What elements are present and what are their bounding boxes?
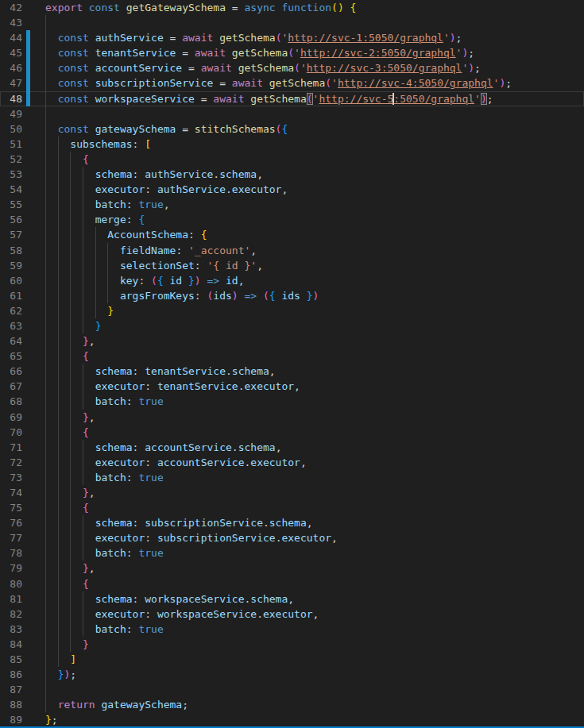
line-number[interactable]: 86 <box>0 667 22 682</box>
code-line[interactable]: 57 AccountSchema: { <box>0 227 584 242</box>
code-line[interactable]: 73 batch: true <box>0 470 584 485</box>
line-number[interactable]: 59 <box>0 258 22 273</box>
line-number[interactable]: 72 <box>0 455 22 470</box>
line-number[interactable]: 78 <box>0 545 22 560</box>
line-number[interactable]: 79 <box>0 560 22 576</box>
line-number[interactable]: 76 <box>0 515 22 530</box>
code-line[interactable]: 42export const getGatewaySchema = async … <box>0 0 584 15</box>
code-line[interactable]: 78 batch: true <box>0 545 584 560</box>
line-number[interactable]: 68 <box>0 394 22 409</box>
line-number[interactable]: 44 <box>0 30 22 45</box>
code-line[interactable]: 56 merge: { <box>0 212 584 227</box>
code-editor[interactable]: 42export const getGatewaySchema = async … <box>0 0 584 728</box>
code-line[interactable]: 69 }, <box>0 410 584 425</box>
code-line[interactable]: 89}; <box>0 712 584 727</box>
modified-lines-indicator[interactable] <box>26 60 30 75</box>
code-line[interactable]: 43 <box>0 15 584 30</box>
code-line[interactable]: 71 schema: accountService.schema, <box>0 440 584 455</box>
line-number[interactable]: 60 <box>0 273 22 288</box>
line-number[interactable]: 56 <box>0 212 22 227</box>
code-line[interactable]: 65 { <box>0 349 584 364</box>
code-line[interactable]: 82 executor: workspaceService.executor, <box>0 607 584 622</box>
line-number[interactable]: 88 <box>0 697 22 712</box>
line-number[interactable]: 75 <box>0 500 22 515</box>
line-number[interactable]: 87 <box>0 682 22 697</box>
url-link-token[interactable]: http://svc-4:5050/graphql <box>338 77 493 89</box>
line-number[interactable]: 48 <box>0 91 22 106</box>
code-line[interactable]: 77 executor: subscriptionService.executo… <box>0 530 584 545</box>
code-line[interactable]: 46 const accountService = await getSchem… <box>0 60 584 75</box>
code-line[interactable]: 68 batch: true <box>0 394 584 409</box>
code-line[interactable]: 67 executor: tenantService.executor, <box>0 379 584 394</box>
line-number[interactable]: 83 <box>0 622 22 637</box>
code-line[interactable]: 75 { <box>0 500 584 515</box>
line-number[interactable]: 55 <box>0 197 22 212</box>
line-number[interactable]: 50 <box>0 121 22 137</box>
line-number[interactable]: 89 <box>0 712 22 727</box>
code-line[interactable]: 60 key: ({ id }) => id, <box>0 273 584 288</box>
code-line[interactable]: 84 } <box>0 637 584 652</box>
line-number[interactable]: 62 <box>0 303 22 318</box>
line-number[interactable]: 49 <box>0 106 22 121</box>
line-number[interactable]: 65 <box>0 349 22 364</box>
modified-lines-indicator[interactable] <box>26 75 30 91</box>
modified-lines-indicator[interactable] <box>26 45 30 60</box>
line-number[interactable]: 80 <box>0 576 22 591</box>
code-line[interactable]: 45 const tenantService = await getSchema… <box>0 45 584 60</box>
code-line[interactable]: 85 ] <box>0 652 584 667</box>
line-number[interactable]: 57 <box>0 227 22 242</box>
line-number[interactable]: 58 <box>0 243 22 258</box>
code-line[interactable]: 72 executor: accountService.executor, <box>0 455 584 470</box>
code-line[interactable]: 44 const authService = await getSchema('… <box>0 30 584 45</box>
line-number[interactable]: 54 <box>0 182 22 197</box>
modified-lines-indicator[interactable] <box>26 91 30 106</box>
line-number[interactable]: 53 <box>0 167 22 182</box>
code-line[interactable]: 48 const workspaceService = await getSch… <box>0 91 584 106</box>
code-line[interactable]: 54 executor: authService.executor, <box>0 182 584 197</box>
code-line[interactable]: 58 fieldName: '_account', <box>0 243 584 258</box>
line-number[interactable]: 45 <box>0 45 22 60</box>
url-link-token[interactable]: http://svc-3:5050/graphql <box>307 62 462 74</box>
line-number[interactable]: 43 <box>0 15 22 30</box>
line-number[interactable]: 81 <box>0 591 22 607</box>
code-line[interactable]: 80 { <box>0 576 584 591</box>
code-line[interactable]: 63 } <box>0 318 584 333</box>
modified-lines-indicator[interactable] <box>26 30 30 45</box>
code-line[interactable]: 47 const subscriptionService = await get… <box>0 75 584 91</box>
code-line[interactable]: 61 argsFromKeys: (ids) => ({ ids }) <box>0 288 584 303</box>
line-number[interactable]: 42 <box>0 0 22 15</box>
line-number[interactable]: 47 <box>0 75 22 91</box>
code-line[interactable]: 83 batch: true <box>0 622 584 637</box>
url-link-token[interactable]: http://svc-2:5050/graphql <box>300 47 456 59</box>
line-number[interactable]: 69 <box>0 410 22 425</box>
url-link-token[interactable]: http://svc-5 <box>319 93 393 105</box>
line-number[interactable]: 67 <box>0 379 22 394</box>
code-line[interactable]: 76 schema: subscriptionService.schema, <box>0 515 584 530</box>
line-number[interactable]: 46 <box>0 60 22 75</box>
code-line[interactable]: 52 { <box>0 152 584 167</box>
code-line[interactable]: 70 { <box>0 425 584 440</box>
line-number[interactable]: 74 <box>0 485 22 500</box>
code-line[interactable]: 62 } <box>0 303 584 318</box>
code-line[interactable]: 79 }, <box>0 560 584 576</box>
url-link-token[interactable]: :5050/graphql <box>393 93 474 105</box>
code-line[interactable]: 59 selectionSet: '{ id }', <box>0 258 584 273</box>
line-number[interactable]: 52 <box>0 152 22 167</box>
line-number[interactable]: 66 <box>0 364 22 379</box>
line-number[interactable]: 77 <box>0 530 22 545</box>
code-line[interactable]: 49 <box>0 106 584 121</box>
url-link-token[interactable]: http://svc-1:5050/graphql <box>288 32 443 44</box>
line-number[interactable]: 85 <box>0 652 22 667</box>
code-line[interactable]: 55 batch: true, <box>0 197 584 212</box>
code-line[interactable]: 64 }, <box>0 333 584 349</box>
code-line[interactable]: 87 <box>0 682 584 697</box>
code-line[interactable]: 53 schema: authService.schema, <box>0 167 584 182</box>
code-line[interactable]: 74 }, <box>0 485 584 500</box>
line-number[interactable]: 70 <box>0 425 22 440</box>
line-number[interactable]: 63 <box>0 318 22 333</box>
line-number[interactable]: 84 <box>0 637 22 652</box>
line-number[interactable]: 71 <box>0 440 22 455</box>
line-number[interactable]: 64 <box>0 333 22 349</box>
line-number[interactable]: 51 <box>0 137 22 152</box>
line-number[interactable]: 73 <box>0 470 22 485</box>
